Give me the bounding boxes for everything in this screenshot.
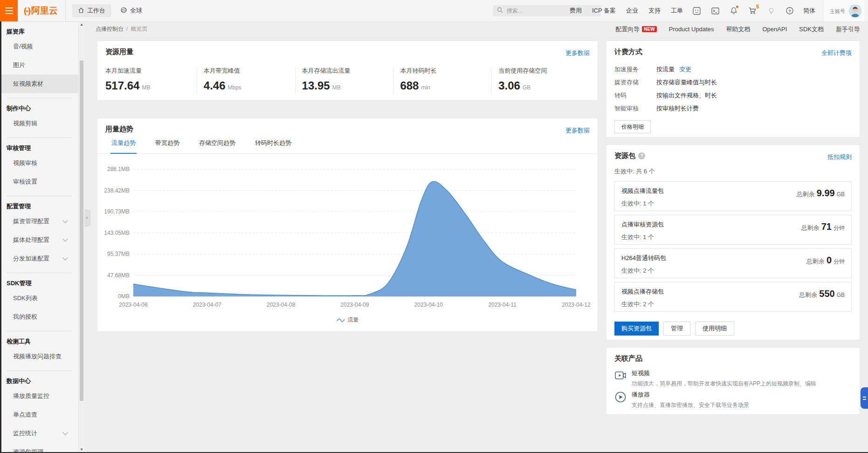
resource-package-card: 资源包? 抵扣规则 生效中: 共 6 个 视频点播流量包生效中: 1 个总剩余9… bbox=[606, 144, 860, 340]
sidebar: 媒资库音/视频图片短视频素材制作中心视频剪辑审核管理视频审核审核设置配置管理媒资… bbox=[0, 21, 84, 453]
topbar-link[interactable]: ICP 备案 bbox=[592, 7, 616, 15]
trend-more-link[interactable]: 更多数据 bbox=[565, 126, 590, 135]
feedback-tab[interactable] bbox=[861, 387, 868, 409]
sidebar-item[interactable]: 短视频素材 bbox=[0, 75, 78, 93]
header-link[interactable]: 新手引导 bbox=[836, 25, 860, 34]
sidebar-group-title: 数据中心 bbox=[0, 371, 78, 387]
topbar-link[interactable]: 企业 bbox=[626, 7, 638, 15]
manage-button[interactable]: 管理 bbox=[663, 322, 690, 336]
billing-row-value: 按流量 bbox=[656, 65, 675, 74]
menu-button[interactable] bbox=[0, 0, 18, 21]
usage-stat-label: 当前使用存储空间 bbox=[498, 67, 590, 75]
globe-icon bbox=[120, 7, 127, 15]
billing-row: 加速服务按流量变更 bbox=[614, 65, 852, 74]
window-left-edge bbox=[0, 21, 1, 453]
package-remaining-unit: GB bbox=[837, 191, 845, 198]
billing-row: 转码按输出文件规格、时长 bbox=[614, 91, 852, 100]
traffic-area-series bbox=[133, 181, 576, 296]
sidebar-item[interactable]: 我的授权 bbox=[0, 308, 78, 326]
trend-tabs: 流量趋势带宽趋势存储空间趋势转码时长趋势 bbox=[97, 139, 598, 154]
chevron-down-icon bbox=[62, 236, 68, 241]
cart-icon[interactable]: 5 bbox=[747, 6, 758, 16]
trend-tab[interactable]: 存储空间趋势 bbox=[198, 139, 236, 153]
workbench-button[interactable]: 工作台 bbox=[72, 4, 111, 17]
help-icon[interactable]: ? bbox=[785, 6, 795, 16]
sidebar-item[interactable]: SDK列表 bbox=[0, 289, 78, 308]
deduction-rules-link[interactable]: 抵扣规则 bbox=[827, 153, 852, 161]
sidebar-item[interactable]: 媒体处理配置 bbox=[0, 231, 78, 249]
sidebar-item[interactable]: 监控统计 bbox=[0, 424, 78, 443]
config-guide-link[interactable]: 配置向导 NEW bbox=[615, 25, 656, 34]
trend-tab[interactable]: 转码时长趋势 bbox=[254, 139, 292, 153]
related-product-name: 短视频 bbox=[632, 369, 852, 378]
y-axis-tick: 143.05MB bbox=[104, 230, 130, 236]
trend-tab[interactable]: 带宽趋势 bbox=[154, 139, 180, 153]
sidebar-item[interactable]: 媒资管理配置 bbox=[0, 212, 78, 231]
usage-more-link[interactable]: 更多数据 bbox=[565, 49, 590, 57]
header-link[interactable]: Product Updates bbox=[669, 25, 714, 34]
billing-change-link[interactable]: 变更 bbox=[679, 65, 691, 74]
app-center-icon[interactable] bbox=[691, 6, 702, 16]
sidebar-item[interactable]: 分发加速配置 bbox=[0, 249, 78, 268]
usage-stat: 本月加速流量517.64MB bbox=[105, 67, 197, 95]
breadcrumb-root[interactable]: 点播控制台 bbox=[96, 26, 124, 32]
sidebar-item[interactable]: 播放质量监控 bbox=[0, 387, 78, 405]
sidebar-item[interactable]: 审核设置 bbox=[0, 172, 78, 191]
all-billing-items-link[interactable]: 全部计费项 bbox=[821, 49, 852, 57]
package-help-icon[interactable]: ? bbox=[638, 152, 645, 159]
sidebar-item[interactable]: 图片 bbox=[0, 56, 78, 75]
breadcrumb-current: 概览页 bbox=[131, 26, 147, 32]
terminal-icon[interactable] bbox=[710, 6, 720, 16]
topbar-link[interactable]: 工单 bbox=[671, 7, 683, 15]
package-summary: 生效中: 共 6 个 bbox=[614, 167, 655, 176]
sidebar-item[interactable]: 视频审核 bbox=[0, 154, 78, 172]
sidebar-item[interactable]: 音/视频 bbox=[0, 37, 78, 56]
sidebar-item[interactable]: 资源包管理 bbox=[0, 443, 78, 453]
scroll-up-icon[interactable]: ▲ bbox=[79, 21, 84, 28]
buy-package-button[interactable]: 购买资源包 bbox=[614, 322, 659, 336]
billing-row-label: 媒资存储 bbox=[614, 78, 656, 87]
billing-row-label: 智能审核 bbox=[614, 104, 656, 113]
package-item[interactable]: 视频点播存储包生效中: 2 个总剩余550GB bbox=[614, 282, 852, 312]
topbar: (-) 阿里云 工作台 全球 费用ICP 备案企业支持工单 5 ? 简体 bbox=[0, 0, 868, 22]
language-selector[interactable]: 简体 bbox=[803, 7, 815, 15]
x-axis-tick: 2023-04-12 bbox=[562, 302, 591, 308]
price-detail-button[interactable]: 价格明细 bbox=[614, 120, 651, 133]
scrollbar-thumb[interactable] bbox=[80, 61, 83, 401]
bulb-icon[interactable] bbox=[766, 6, 776, 16]
package-item[interactable]: 点播审核资源包生效中: 1 个总剩余71分钟 bbox=[614, 215, 852, 245]
related-product[interactable]: 播放器支持点播、直播加密播放、安全下载等业务场景 bbox=[614, 391, 852, 409]
related-product[interactable]: 短视频功能强大，简单易用，帮助开发者快速实现自有APP上的短视频录制、编辑 bbox=[614, 369, 852, 388]
usage-stat-unit: MB bbox=[142, 84, 150, 91]
package-buttons: 购买资源包 管理 使用明细 bbox=[614, 322, 734, 336]
account-type-label: 主账号 bbox=[830, 8, 845, 14]
main-content: 点播控制台/概览页 配置向导 NEW Product Updates帮助文档Op… bbox=[84, 21, 868, 453]
aliyun-logo[interactable]: (-) 阿里云 bbox=[18, 0, 66, 21]
x-axis-tick: 2023-04-06 bbox=[119, 302, 148, 308]
home-icon bbox=[78, 7, 84, 15]
sidebar-collapse-button[interactable]: ‹ bbox=[84, 210, 90, 226]
sidebar-item[interactable]: 单点追查 bbox=[0, 405, 78, 424]
topbar-link[interactable]: 费用 bbox=[570, 7, 582, 15]
header-link[interactable]: SDK文档 bbox=[799, 25, 824, 34]
usage-stat-value: 3.06 bbox=[498, 79, 520, 92]
sidebar-item[interactable]: 视频播放问题排查 bbox=[0, 347, 78, 366]
package-item[interactable]: 视频点播流量包生效中: 1 个总剩余9.99GB bbox=[614, 181, 852, 211]
sidebar-item[interactable]: 视频剪辑 bbox=[0, 114, 78, 133]
account-menu[interactable]: 主账号 bbox=[823, 0, 864, 21]
trend-tab[interactable]: 流量趋势 bbox=[110, 139, 137, 154]
header-link[interactable]: 帮助文档 bbox=[726, 25, 751, 34]
player-icon bbox=[614, 391, 627, 405]
topbar-link[interactable]: 支持 bbox=[648, 7, 661, 15]
new-badge: NEW bbox=[642, 26, 656, 32]
sidebar-scrollbar[interactable]: ▲ ▼ bbox=[78, 21, 84, 453]
billing-row-label: 转码 bbox=[614, 91, 656, 100]
usage-detail-button[interactable]: 使用明细 bbox=[695, 322, 734, 336]
package-remaining-value: 9.99 bbox=[817, 188, 835, 198]
chart-legend: 流量 bbox=[97, 316, 598, 324]
package-item[interactable]: H264普通转码包生效中: 2 个总剩余0分钟 bbox=[614, 248, 852, 278]
header-link[interactable]: OpenAPI bbox=[763, 25, 787, 34]
billing-row-value: 按输出文件规格、时长 bbox=[656, 91, 717, 100]
bell-icon[interactable] bbox=[729, 6, 739, 16]
region-selector[interactable]: 全球 bbox=[120, 7, 142, 15]
